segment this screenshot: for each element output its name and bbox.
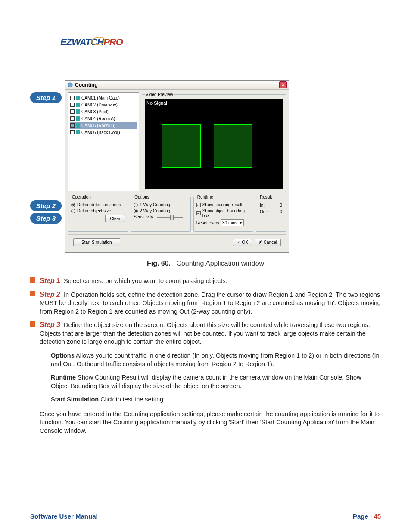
startsim-label: Start Simulation [51, 396, 99, 403]
camera-label: CAM01 (Main Gate) [81, 96, 120, 100]
camera-row: CAM06 (Back Door) [70, 129, 137, 136]
runtime-fieldset: Runtime Show counting result Show object… [193, 195, 253, 232]
brand-logo: EZWATCHPRO [60, 37, 411, 48]
radio-2way[interactable] [134, 209, 138, 213]
runtime-legend: Runtime [196, 195, 214, 199]
result-fieldset: Result In:0 Out:0 [256, 195, 286, 232]
select-value: 30 mins [222, 221, 237, 225]
page-label: Page | [353, 513, 374, 520]
reset-interval-select[interactable]: 30 mins▼ [221, 219, 244, 226]
step-text: In Operation fields set, define the dete… [40, 291, 381, 315]
camera-icon [76, 103, 80, 107]
runtime-paragraph: Runtime Show Counting Result will displa… [51, 373, 381, 390]
radio-1way[interactable] [134, 203, 138, 207]
caption-label: Fig. 60. [147, 260, 171, 267]
check-icon: ✓ [237, 240, 240, 245]
camera-icon [76, 130, 80, 134]
titlebar: Counting ✕ [65, 81, 289, 90]
instruction-step-3: Step 3 Define the object size on the scr… [30, 320, 381, 346]
camera-row: CAM03 (Pool) [70, 108, 137, 115]
cancel-button[interactable]: ✗Cancel [255, 239, 281, 246]
svg-point-0 [68, 83, 72, 87]
camera-icon [76, 123, 80, 128]
page-footer: Software User Manual Page | 45 [30, 513, 381, 520]
checkbox-label: Show counting result [202, 202, 243, 207]
radio-define-size[interactable] [71, 209, 75, 213]
video-preview-legend: Video Preview [145, 92, 174, 97]
radio-label: Define object size [77, 208, 111, 213]
options-paragraph: Options Allows you to count traffic in o… [51, 352, 381, 368]
radio-define-zones[interactable] [71, 203, 75, 207]
instructions: Step 1 Select camera on which you want t… [30, 276, 381, 436]
camera-row: CAM04 (Room A) [70, 115, 137, 122]
footer-title: Software User Manual [30, 513, 98, 520]
bullet-icon [30, 321, 35, 327]
options-legend: Options [134, 195, 150, 199]
camera-list[interactable]: CAM01 (Main Gate) CAM02 (Driveway) CAM03… [68, 92, 139, 191]
video-preview-fieldset: Video Preview No Signal [142, 92, 286, 192]
runtime-text: Show Counting Result will display the ca… [51, 374, 361, 389]
checkbox-icon[interactable] [70, 103, 75, 107]
step-text: Select camera on which you want to count… [64, 277, 227, 284]
camera-label: CAM04 (Room A) [81, 116, 115, 121]
radio-label: 1 Way Counting [140, 202, 170, 207]
bullet-icon [30, 277, 35, 283]
checkbox-show-bbox[interactable] [196, 211, 201, 215]
chevron-down-icon: ▼ [239, 221, 243, 225]
figure-caption: Fig. 60. Counting Application window [30, 260, 381, 268]
instruction-step-2: Step 2 In Operation fields set, define t… [30, 290, 381, 316]
start-simulation-button[interactable]: Start Simulation [73, 238, 120, 246]
checkbox-icon[interactable] [70, 109, 75, 114]
sensitivity-slider[interactable] [157, 217, 183, 218]
camera-label: CAM02 (Driveway) [81, 103, 118, 107]
logo-part-watch: WATCH [72, 37, 103, 47]
in-value: 0 [280, 203, 282, 208]
camera-label: CAM06 (Back Door) [81, 130, 120, 135]
window-icon [67, 82, 73, 88]
step-callouts: Step 1 Step 2 Step 3 [30, 80, 62, 253]
step-label: Step 1 [40, 277, 60, 284]
options-label: Options [51, 352, 75, 359]
sensitivity-label: Sensitivity [134, 215, 153, 219]
checkbox-label: Show object bounding box [202, 208, 250, 218]
startsim-text: Click to test the setting. [100, 396, 165, 403]
camera-label: CAM05 (Room B) [81, 123, 115, 128]
caption-text: Counting Application window [176, 260, 264, 267]
clear-button[interactable]: Clear [105, 215, 125, 222]
step-label: Step 2 [40, 291, 60, 298]
checkbox-icon[interactable] [70, 116, 75, 121]
region-1[interactable] [162, 124, 201, 168]
cancel-label: Cancel [264, 240, 277, 245]
logo-part-pro: PRO [103, 37, 123, 47]
counting-window: Counting ✕ CAM01 (Main Gate) CAM02 (Driv… [65, 80, 289, 253]
camera-icon [76, 109, 80, 114]
out-label: Out: [260, 209, 268, 214]
no-signal-label: No Signal [146, 100, 167, 106]
close-button[interactable]: ✕ [279, 81, 287, 88]
x-icon: ✗ [258, 240, 262, 245]
instruction-step-1: Step 1 Select camera on which you want t… [30, 276, 381, 286]
camera-row: CAM02 (Driveway) [70, 101, 137, 108]
checkbox-icon[interactable] [70, 123, 75, 128]
bullet-icon [30, 291, 35, 296]
region-2[interactable] [214, 124, 252, 168]
options-text: Allows you to count traffic in one direc… [51, 352, 380, 367]
in-label: In: [260, 203, 265, 208]
checkbox-icon[interactable] [70, 96, 75, 100]
runtime-label: Runtime [51, 374, 76, 381]
logo-part-ez: EZ [60, 37, 72, 47]
ok-button[interactable]: ✓OK [233, 239, 252, 246]
checkbox-show-result[interactable] [196, 203, 201, 207]
step-text: Define the object size on the screen. Ob… [40, 321, 370, 345]
operation-fieldset: Operation Define detection zones Define … [68, 195, 128, 232]
callout-step-1: Step 1 [30, 92, 62, 103]
video-preview[interactable]: No Signal [145, 99, 283, 189]
final-paragraph: Once you have entered in the Counting ap… [40, 410, 381, 436]
camera-row: CAM05 (Room B) [70, 122, 137, 129]
reset-label: Reset every [196, 221, 219, 225]
result-legend: Result [259, 195, 273, 199]
camera-label: CAM03 (Pool) [81, 109, 109, 114]
options-fieldset: Options 1 Way Counting 2 Way Counting Se… [131, 195, 190, 232]
camera-icon [76, 96, 80, 100]
checkbox-icon[interactable] [70, 130, 75, 134]
